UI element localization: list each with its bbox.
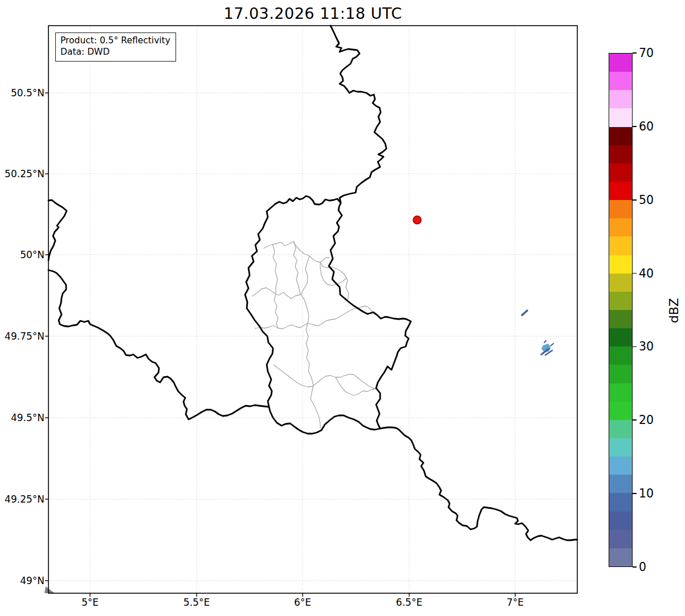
colorbar-segment [609,512,632,530]
colorbar-segment [609,164,632,182]
product-info-line: Product: 0.5° Reflectivity [60,35,170,46]
map-canvas [0,0,685,616]
colorbar-segment [609,438,632,456]
colorbar-tick-mark [633,419,637,421]
product-info-box: Product: 0.5° Reflectivity Data: DWD [55,32,176,62]
colorbar-segment [609,54,632,72]
colorbar-segment [609,493,632,511]
colorbar-segment [609,274,632,292]
border-france-germany [380,427,577,540]
colorbar-segment [609,90,632,108]
x-tick-label: 7°E [507,597,524,608]
y-tick-label: 50°N [0,249,44,260]
colorbar-tick-label: 40 [639,267,654,280]
colorbar-tick-label: 50 [639,193,654,207]
colorbar-segment [609,530,632,548]
x-tick-label: 6°E [294,597,311,608]
colorbar-tick-label: 30 [639,340,654,353]
colorbar-tick-mark [633,566,637,568]
plot-frame [48,26,577,593]
colorbar-segment [609,292,632,310]
radar-map-window: { "title": "17.03.2026 11:18 UTC", "info… [0,0,685,616]
precipitation-echoes [522,311,553,355]
colorbar-tick-label: 0 [639,560,646,574]
x-tick-label: 5.5°E [184,597,210,608]
colorbar-tick-mark [633,273,637,274]
plot-title: 17.03.2026 11:18 UTC [48,5,577,22]
colorbar-segment [609,127,632,145]
x-tick-label: 5°E [81,597,99,608]
country-borders [48,26,577,540]
data-source-line: Data: DWD [60,46,170,58]
y-tick-label: 49.75°N [0,331,44,342]
echo-speck [544,341,546,342]
colorbar-segment [609,402,632,420]
y-tick-label: 49.5°N [0,412,44,423]
colorbar-segment [609,548,632,566]
colorbar-unit-label: dBZ [645,282,685,339]
y-tick-label: 49°N [0,575,44,586]
colorbar-segment [609,108,632,127]
colorbar-segment [609,182,632,200]
colorbar-tick-mark [633,126,637,127]
border-france-belgium [48,270,269,419]
colorbar-tick-label: 10 [639,487,654,500]
colorbar-segment [609,346,632,365]
border-luxembourg [245,196,411,434]
radar-site-marker [413,216,421,224]
y-tick-label: 50.5°N [0,87,44,99]
colorbar-segment [609,200,632,218]
colorbar-segment [609,328,632,346]
colorbar-tick-label: 60 [639,120,654,133]
echo-streak-south-3 [551,344,553,346]
colorbar-tick-mark [633,493,637,494]
colorbar-tick-mark [633,52,637,54]
colorbar [609,53,633,567]
colorbar-segment [609,145,632,164]
district-borders [252,242,376,429]
border-belgium-germany [331,26,386,203]
colorbar-tick-label: 70 [639,46,654,60]
colorbar-tick-mark [633,346,637,348]
y-tick-label: 49.25°N [0,493,44,505]
colorbar-segment [609,218,632,236]
colorbar-segment [609,420,632,438]
echo-streak-north [522,311,527,315]
colorbar-tick-mark [633,199,637,201]
colorbar-segment [609,365,632,383]
graticule-gridlines [48,26,577,593]
x-tick-label: 6.5°E [396,597,422,608]
colorbar-segment [609,72,632,90]
border-fragment-corner [44,586,55,593]
colorbar-tick-label: 20 [639,413,654,427]
colorbar-segment [609,255,632,274]
colorbar-segment [609,475,632,493]
y-tick-label: 50.25°N [0,168,44,180]
colorbar-segment [609,236,632,255]
border-hook-northwest [48,200,67,260]
colorbar-segment [609,384,632,402]
colorbar-segment [609,310,632,328]
colorbar-segment [609,456,632,475]
